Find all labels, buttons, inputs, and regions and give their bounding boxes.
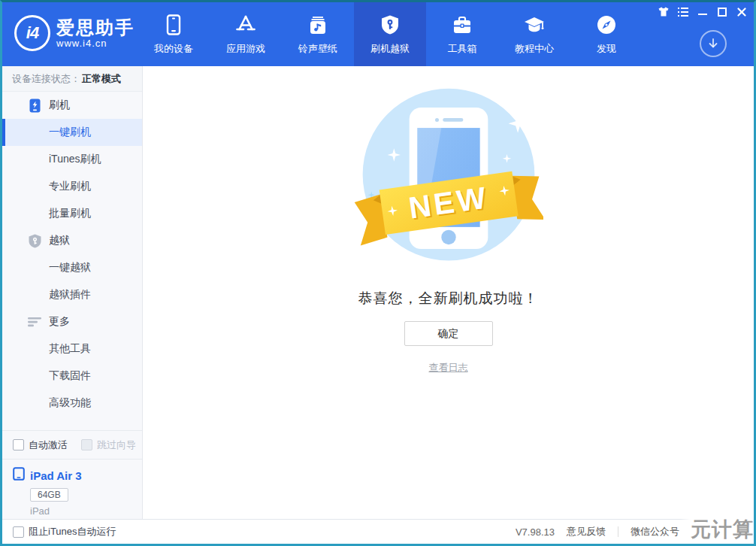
check-update-link[interactable]: 检查更新 (704, 525, 743, 538)
app-logo: i4 爱思助手 www.i4.cn (14, 15, 135, 51)
feedback-link[interactable]: 意见反馈 (567, 525, 606, 538)
device-capacity-badge: 64GB (30, 488, 68, 502)
skip-setup-checkbox: 跳过向导 (81, 438, 136, 452)
discover-icon (596, 13, 617, 35)
theme-skin-icon[interactable] (656, 5, 671, 19)
app-window: i4 爱思助手 www.i4.cn 我的设备 应用游戏 (0, 0, 756, 546)
sidebar-item-other-tools[interactable]: 其他工具 (2, 335, 142, 362)
tab-apps-games[interactable]: 应用游戏 (210, 2, 282, 66)
main-content: NEW NEW 恭喜您，全新刷机成功啦！ 确定 查看日志 (143, 66, 754, 519)
sidebar-item-one-click-jailbreak[interactable]: 一键越狱 (2, 254, 142, 281)
sidebar-item-download-firmware[interactable]: 下载固件 (2, 362, 142, 390)
checkbox-icon (13, 439, 24, 450)
ringtone-icon (307, 13, 328, 35)
device-family: iPad (30, 505, 142, 517)
app-url: www.i4.cn (56, 38, 135, 49)
window-controls (656, 5, 749, 19)
tab-my-devices[interactable]: 我的设备 (138, 2, 210, 66)
view-log-link[interactable]: 查看日志 (429, 361, 468, 375)
device-panel[interactable]: iPad Air 3 64GB iPad (2, 459, 142, 519)
success-message: 恭喜您，全新刷机成功啦！ (358, 289, 539, 308)
confirm-button[interactable]: 确定 (404, 321, 493, 346)
divider (691, 526, 692, 537)
sidebar-menu: 刷机 一键刷机 iTunes刷机 专业刷机 批量刷机 (2, 92, 142, 417)
app-title: 爱思助手 (56, 18, 135, 38)
download-manager-button[interactable] (700, 30, 727, 57)
tutorial-icon (523, 13, 546, 35)
jailbreak-shield-icon (27, 233, 42, 248)
sidebar-group-more[interactable]: 更多 (2, 308, 142, 335)
new-flash-illustration: NEW NEW (354, 83, 543, 274)
sidebar: 设备连接状态： 正常模式 刷机 一键刷机 iTunes刷机 专业刷机 (2, 66, 143, 519)
logo-monogram-icon: i4 (14, 15, 50, 51)
sidebar-item-advanced-features[interactable]: 高级功能 (2, 390, 142, 417)
block-itunes-checkbox[interactable]: 阻止iTunes自动运行 (13, 525, 116, 538)
jailbreak-icon (380, 13, 400, 35)
tab-tutorials[interactable]: 教程中心 (498, 2, 570, 66)
sidebar-item-pro-flash[interactable]: 专业刷机 (2, 173, 142, 200)
minimize-icon[interactable] (695, 5, 710, 19)
tab-ringtones-wallpapers[interactable]: 铃声壁纸 (282, 2, 354, 66)
sidebar-group-jailbreak[interactable]: 越狱 (2, 227, 142, 254)
header: i4 爱思助手 www.i4.cn 我的设备 应用游戏 (2, 2, 754, 66)
connection-status-value: 正常模式 (82, 72, 121, 86)
status-bar: 阻止iTunes自动运行 V7.98.13 意见反馈 微信公众号 检查更新 元计… (2, 519, 754, 544)
more-lines-icon (27, 314, 42, 329)
tab-toolbox[interactable]: 工具箱 (426, 2, 498, 66)
sidebar-item-jailbreak-plugins[interactable]: 越狱插件 (2, 281, 142, 308)
device-phone-icon (165, 13, 183, 35)
auto-activate-checkbox[interactable]: 自动激活 (13, 438, 68, 452)
divider (618, 526, 618, 537)
connection-status-label: 设备连接状态： (12, 72, 80, 86)
version-label: V7.98.13 (516, 526, 555, 538)
sidebar-options: 自动激活 跳过向导 (2, 430, 142, 459)
toolbox-icon (452, 13, 473, 35)
device-name: iPad Air 3 (30, 469, 82, 482)
close-icon[interactable] (734, 5, 749, 19)
sidebar-item-one-click-flash[interactable]: 一键刷机 (2, 119, 142, 146)
tab-discover[interactable]: 发现 (570, 2, 643, 66)
checkbox-icon (81, 439, 92, 450)
maximize-icon[interactable] (715, 5, 730, 19)
device-tablet-icon (13, 467, 25, 484)
main-nav: 我的设备 应用游戏 铃声壁纸 刷机越狱 (138, 2, 643, 66)
checkbox-icon (13, 526, 24, 538)
connection-status: 设备连接状态： 正常模式 (2, 66, 142, 92)
appstore-icon (235, 13, 256, 35)
tab-flash-jailbreak[interactable]: 刷机越狱 (354, 2, 426, 66)
wechat-link[interactable]: 微信公众号 (631, 525, 679, 538)
menu-list-icon[interactable] (676, 5, 691, 19)
sidebar-item-itunes-flash[interactable]: iTunes刷机 (2, 146, 142, 173)
sidebar-group-flash[interactable]: 刷机 (2, 92, 142, 119)
sidebar-item-batch-flash[interactable]: 批量刷机 (2, 200, 142, 227)
flash-phone-icon (27, 98, 42, 113)
